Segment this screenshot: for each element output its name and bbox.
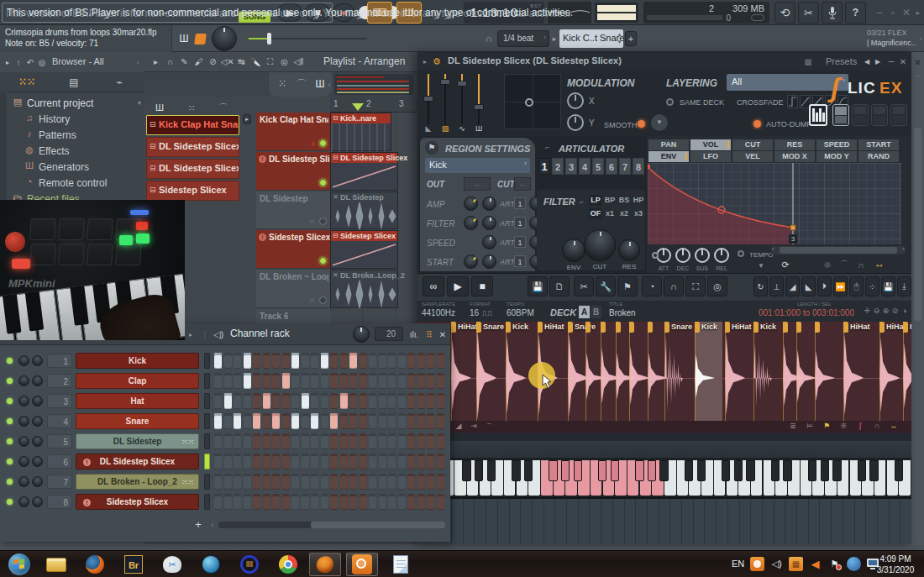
picker-wave-icon[interactable]: ⁙ [185, 102, 198, 113]
slice-marker-flag[interactable] [815, 322, 820, 333]
step-button[interactable] [253, 413, 260, 429]
step-button[interactable] [253, 494, 260, 510]
wm-slur-icon[interactable]: ⌒ [483, 422, 495, 432]
env-cycle-icon[interactable]: ⟳ [780, 259, 791, 270]
filter-type-lp[interactable]: LP [589, 195, 602, 206]
help-icon[interactable]: ? [845, 2, 866, 24]
deck-save-icon[interactable]: 💾 [528, 276, 548, 296]
picker-slur-icon[interactable]: ⌒ [217, 102, 230, 113]
slice-marker-flag[interactable] [843, 322, 848, 333]
slice-marker-flag[interactable] [796, 322, 801, 333]
slice-marker[interactable] [616, 322, 617, 421]
black-key[interactable] [635, 460, 644, 481]
env-slur-icon[interactable]: ⌒ [838, 259, 850, 270]
art-value-box[interactable]: 1 [514, 255, 526, 267]
step-button[interactable] [272, 393, 280, 409]
playlist-clip[interactable]: ⊟DL Sidestep Slicex [330, 152, 398, 191]
env-graph[interactable]: 3 [648, 163, 901, 244]
channel-pan-knob[interactable] [18, 375, 29, 386]
presets-label[interactable]: Presets [826, 56, 857, 66]
swing-knob[interactable] [353, 326, 370, 343]
slice-marker-flag[interactable] [451, 322, 456, 333]
deck-save2-icon[interactable]: 💾 [881, 276, 895, 296]
bridge-icon[interactable]: Br [118, 553, 150, 576]
step-button[interactable] [330, 393, 338, 409]
step-button[interactable] [272, 373, 280, 389]
channel-vol-knob[interactable] [32, 355, 43, 366]
tempo-led[interactable] [738, 250, 744, 257]
step-button[interactable] [321, 353, 328, 369]
step-button[interactable] [244, 474, 251, 490]
step-button[interactable] [330, 433, 338, 449]
crossfade-curve-button[interactable] [787, 95, 798, 108]
step-button[interactable] [417, 353, 425, 369]
channel-button[interactable]: DL Sidestep⁙⁙ [76, 433, 199, 449]
record-button[interactable]: ● [333, 3, 354, 22]
deck-stop-icon[interactable]: ■ [471, 276, 493, 296]
step-button[interactable] [437, 494, 444, 510]
slice-marker[interactable] [815, 322, 816, 421]
env-magnet-icon[interactable]: ∩ [855, 259, 867, 270]
black-key[interactable] [722, 460, 731, 481]
black-key[interactable] [487, 460, 496, 481]
step-button[interactable] [272, 433, 280, 449]
slice-marker[interactable] [903, 322, 904, 421]
step-button[interactable] [311, 494, 318, 510]
step-button[interactable] [272, 413, 280, 429]
slice-marker-flag[interactable] [538, 322, 543, 333]
region-knob[interactable] [482, 254, 496, 269]
step-button[interactable] [398, 353, 406, 369]
playlist-clip[interactable]: ⊟Sidestep Slicex [330, 230, 398, 269]
deck-drag-icon[interactable]: 🖰 [849, 276, 864, 296]
step-button[interactable] [302, 393, 309, 409]
step-button[interactable] [291, 474, 299, 490]
step-button[interactable] [398, 373, 406, 389]
layout-view-button[interactable] [852, 104, 869, 126]
slice-marker-flag[interactable] [616, 322, 621, 333]
layout-view-button[interactable] [890, 104, 907, 126]
play-button[interactable]: ▶ [277, 3, 302, 22]
channel-number-box[interactable]: 6 [47, 454, 72, 469]
expand-arrow-icon[interactable]: ▾ [138, 99, 141, 107]
deck-fadein-icon[interactable]: ◢ [785, 276, 800, 296]
browser-back-icon[interactable]: ↶ [25, 56, 35, 68]
step-button[interactable] [302, 433, 309, 449]
step-button[interactable] [311, 393, 318, 409]
pl-magnet-icon[interactable]: ∩ [164, 55, 176, 68]
rack-arrow-icon[interactable]: ▸ [186, 328, 195, 340]
tray-scheduler-icon[interactable]: ▦ [789, 557, 803, 571]
slicex-gear-icon[interactable]: ⚙ [431, 55, 443, 67]
main-pitch-slider[interactable] [249, 38, 366, 39]
step-button[interactable] [437, 433, 444, 449]
articulator-number-2[interactable]: 2 [552, 158, 564, 175]
pl-slip-icon[interactable]: ↹ [235, 55, 248, 68]
channel-pan-knob[interactable] [18, 355, 29, 366]
env-knob-dec[interactable] [675, 248, 690, 263]
step-button[interactable] [330, 413, 338, 429]
pl-brush-icon[interactable]: 🖌 [192, 55, 205, 68]
channel-selector[interactable] [204, 373, 210, 389]
slice-marker-flag[interactable] [601, 322, 606, 333]
pl-slice-icon[interactable]: 🔪 [249, 55, 262, 68]
pl-wave-mode-icon[interactable]: ⁙ [275, 77, 290, 91]
step-button[interactable] [302, 494, 309, 510]
channel-selector[interactable] [204, 474, 210, 490]
step-button[interactable] [291, 373, 299, 389]
playlist-track-header[interactable]: DL Broken ~ Loop_2⁙ [256, 270, 330, 308]
slicex-titlebar[interactable]: ▸ ⚙ DL Sidestep Slicex (DL Sidestep Slic… [417, 52, 911, 71]
firefox-icon[interactable] [79, 553, 111, 576]
slice-marker-flag[interactable] [664, 322, 669, 333]
step-button[interactable] [311, 373, 318, 389]
step-button[interactable] [321, 373, 328, 389]
step-button[interactable] [349, 413, 357, 429]
step-button[interactable] [330, 494, 338, 510]
channel-vol-knob[interactable] [32, 496, 43, 507]
collapse-arrow-icon[interactable]: ▸ [914, 7, 922, 18]
env-mode-tab-vel[interactable]: VEL [732, 151, 773, 162]
slice-marker[interactable] [629, 322, 630, 421]
step-button[interactable] [234, 433, 241, 449]
step-button[interactable] [302, 413, 309, 429]
pl-vscrollbar[interactable] [914, 128, 921, 321]
mic-icon[interactable] [822, 2, 843, 24]
slice-marker[interactable] [476, 322, 477, 421]
